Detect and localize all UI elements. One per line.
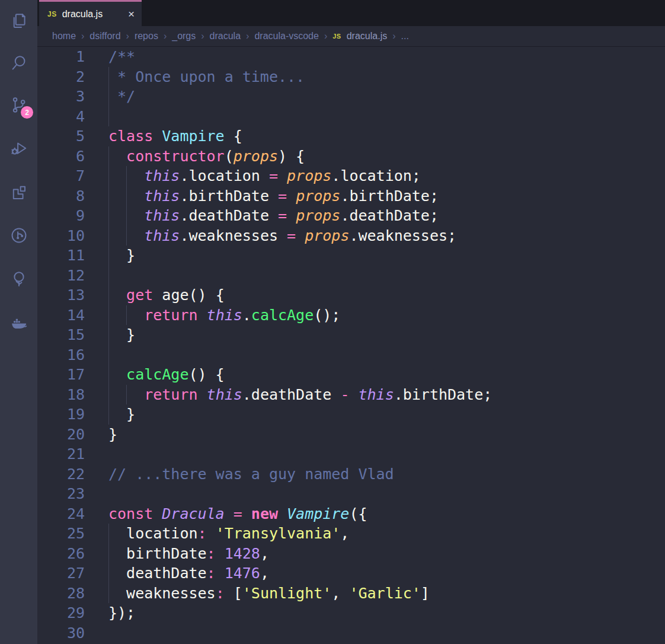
code-line[interactable]: 12 bbox=[37, 266, 665, 286]
line-number[interactable]: 17 bbox=[37, 366, 108, 383]
line-number[interactable]: 25 bbox=[37, 525, 108, 542]
code-text: this.deathDate = props.deathDate; bbox=[108, 206, 665, 226]
line-number[interactable]: 14 bbox=[37, 307, 108, 324]
code-line[interactable]: 5class Vampire { bbox=[37, 126, 665, 146]
code-token: new bbox=[251, 505, 287, 522]
indent-guide bbox=[108, 584, 109, 604]
breadcrumb-item[interactable]: dracula bbox=[210, 31, 241, 42]
code-line[interactable]: 26 birthDate: 1428, bbox=[37, 544, 665, 564]
code-line[interactable]: 13 get age() { bbox=[37, 285, 665, 305]
breadcrumb-item[interactable]: dsifford bbox=[89, 31, 120, 42]
code-line[interactable]: 10 this.weaknesses = props.weaknesses; bbox=[37, 226, 665, 246]
code-text: // ...there was a guy named Vlad bbox=[108, 464, 665, 484]
line-number[interactable]: 23 bbox=[37, 485, 108, 502]
code-line[interactable]: 14 return this.calcAge(); bbox=[37, 305, 665, 326]
activity-docker-button[interactable] bbox=[0, 308, 37, 336]
code-line[interactable]: 30 bbox=[37, 623, 665, 643]
code-text: constructor(props) { bbox=[108, 146, 665, 167]
line-number[interactable]: 2 bbox=[37, 68, 108, 85]
tree-icon bbox=[9, 269, 28, 288]
code-line[interactable]: 24const Dracula = new Vampire({ bbox=[37, 504, 665, 524]
code-line[interactable]: 15 } bbox=[37, 325, 665, 345]
line-number[interactable]: 4 bbox=[37, 108, 108, 125]
code-line[interactable]: 16 bbox=[37, 345, 665, 365]
code-text bbox=[108, 623, 665, 643]
code-line[interactable]: 17 calcAge() { bbox=[37, 365, 665, 385]
line-number[interactable]: 10 bbox=[37, 227, 108, 244]
activity-extensions-button[interactable] bbox=[0, 177, 37, 206]
line-number[interactable]: 1 bbox=[37, 48, 108, 65]
code-editor[interactable]: 1/**2 * Once upon a time...3 */45class V… bbox=[37, 47, 665, 644]
line-number[interactable]: 7 bbox=[37, 167, 108, 184]
activity-git-graph-button[interactable] bbox=[0, 221, 37, 250]
line-number[interactable]: 12 bbox=[37, 267, 108, 284]
code-line[interactable]: 28 weaknesses: ['Sunlight', 'Garlic'] bbox=[37, 584, 665, 604]
line-number[interactable]: 28 bbox=[37, 585, 108, 602]
activity-todo-tree-button[interactable] bbox=[0, 264, 37, 293]
line-number[interactable]: 26 bbox=[37, 545, 108, 562]
line-number[interactable]: 3 bbox=[37, 88, 108, 105]
tab-bar: JS dracula.js × bbox=[37, 0, 665, 26]
activity-source-control-button[interactable]: 2 bbox=[0, 91, 37, 119]
line-number[interactable]: 20 bbox=[37, 426, 108, 443]
breadcrumb-separator-icon: › bbox=[81, 31, 84, 42]
indent-guide bbox=[126, 206, 127, 226]
activity-run-debug-button[interactable] bbox=[0, 134, 37, 162]
breadcrumb-separator-icon: › bbox=[201, 31, 204, 42]
line-number[interactable]: 19 bbox=[37, 406, 108, 423]
line-number[interactable]: 11 bbox=[37, 247, 108, 264]
line-number[interactable]: 15 bbox=[37, 326, 108, 343]
code-line[interactable]: 19 } bbox=[37, 404, 665, 425]
code-line[interactable]: 9 this.deathDate = props.deathDate; bbox=[37, 206, 665, 226]
code-line[interactable]: 29}); bbox=[37, 603, 665, 623]
code-line[interactable]: 25 location: 'Transylvania', bbox=[37, 524, 665, 544]
code-token: this bbox=[358, 386, 394, 403]
code-line[interactable]: 8 this.birthDate = props.birthDate; bbox=[37, 186, 665, 206]
line-number[interactable]: 16 bbox=[37, 346, 108, 364]
indent-guide bbox=[108, 67, 109, 87]
line-number[interactable]: 30 bbox=[37, 624, 108, 642]
code-line[interactable]: 22// ...there was a guy named Vlad bbox=[37, 464, 665, 484]
code-line[interactable]: 7 this.location = props.location; bbox=[37, 166, 665, 186]
indent-guide bbox=[108, 87, 109, 107]
breadcrumb-item[interactable]: dracula-vscode bbox=[254, 31, 319, 42]
code-token: birthDate bbox=[108, 545, 207, 562]
code-line[interactable]: 23 bbox=[37, 484, 665, 504]
line-number[interactable]: 9 bbox=[37, 207, 108, 224]
code-line[interactable]: 21 bbox=[37, 444, 665, 464]
indent-guide bbox=[108, 404, 109, 425]
tab-dracula-js[interactable]: JS dracula.js × bbox=[39, 0, 142, 26]
code-line[interactable]: 2 * Once upon a time... bbox=[37, 67, 665, 87]
code-line[interactable]: 20} bbox=[37, 425, 665, 445]
activity-explorer-button[interactable] bbox=[0, 7, 37, 35]
code-line[interactable]: 11 } bbox=[37, 246, 665, 266]
line-number[interactable]: 6 bbox=[37, 148, 108, 165]
code-line[interactable]: 4 bbox=[37, 107, 665, 127]
code-line[interactable]: 3 */ bbox=[37, 87, 665, 107]
line-number[interactable]: 21 bbox=[37, 445, 108, 463]
breadcrumb-item[interactable]: home bbox=[52, 31, 76, 42]
line-number[interactable]: 27 bbox=[37, 565, 108, 582]
breadcrumb-item[interactable]: dracula.js bbox=[347, 31, 387, 42]
indent-guide bbox=[108, 365, 109, 385]
javascript-file-icon: JS bbox=[332, 33, 341, 40]
breadcrumb-item[interactable]: repos bbox=[135, 31, 158, 42]
code-token: 1476 bbox=[225, 565, 260, 582]
code-line[interactable]: 6 constructor(props) { bbox=[37, 146, 665, 167]
line-number[interactable]: 22 bbox=[37, 466, 108, 483]
code-line[interactable]: 27 deathDate: 1476, bbox=[37, 563, 665, 584]
line-number[interactable]: 13 bbox=[37, 286, 108, 304]
code-text: deathDate: 1476, bbox=[108, 563, 665, 584]
line-number[interactable]: 24 bbox=[37, 505, 108, 522]
code-line[interactable]: 18 return this.deathDate - this.birthDat… bbox=[37, 385, 665, 405]
code-token: /** bbox=[108, 48, 135, 65]
line-number[interactable]: 8 bbox=[37, 187, 108, 205]
activity-search-button[interactable] bbox=[0, 49, 37, 77]
breadcrumb-item[interactable]: ... bbox=[401, 31, 409, 42]
breadcrumb-item[interactable]: _orgs bbox=[172, 31, 196, 42]
line-number[interactable]: 5 bbox=[37, 127, 108, 145]
code-line[interactable]: 1/** bbox=[37, 47, 665, 67]
line-number[interactable]: 18 bbox=[37, 386, 108, 403]
close-tab-icon[interactable]: × bbox=[128, 8, 135, 20]
line-number[interactable]: 29 bbox=[37, 604, 108, 621]
